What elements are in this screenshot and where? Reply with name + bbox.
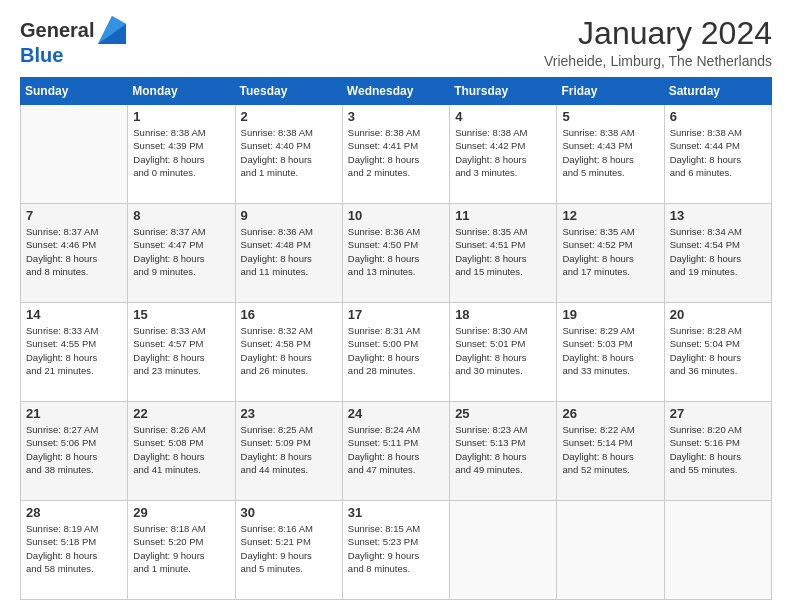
sun-info: Sunrise: 8:38 AM Sunset: 4:40 PM Dayligh… bbox=[241, 126, 337, 179]
calendar-cell: 7Sunrise: 8:37 AM Sunset: 4:46 PM Daylig… bbox=[21, 204, 128, 303]
day-number: 15 bbox=[133, 307, 229, 322]
sun-info: Sunrise: 8:23 AM Sunset: 5:13 PM Dayligh… bbox=[455, 423, 551, 476]
calendar-cell: 5Sunrise: 8:38 AM Sunset: 4:43 PM Daylig… bbox=[557, 105, 664, 204]
header: General Blue January 2024 Vrieheide, Lim… bbox=[20, 16, 772, 69]
week-row-5: 28Sunrise: 8:19 AM Sunset: 5:18 PM Dayli… bbox=[21, 501, 772, 600]
calendar-cell: 24Sunrise: 8:24 AM Sunset: 5:11 PM Dayli… bbox=[342, 402, 449, 501]
sun-info: Sunrise: 8:20 AM Sunset: 5:16 PM Dayligh… bbox=[670, 423, 766, 476]
day-number: 24 bbox=[348, 406, 444, 421]
day-number: 14 bbox=[26, 307, 122, 322]
location: Vrieheide, Limburg, The Netherlands bbox=[544, 53, 772, 69]
calendar-cell: 8Sunrise: 8:37 AM Sunset: 4:47 PM Daylig… bbox=[128, 204, 235, 303]
page: General Blue January 2024 Vrieheide, Lim… bbox=[0, 0, 792, 612]
sun-info: Sunrise: 8:37 AM Sunset: 4:46 PM Dayligh… bbox=[26, 225, 122, 278]
month-title: January 2024 bbox=[544, 16, 772, 51]
weekday-header-monday: Monday bbox=[128, 78, 235, 105]
sun-info: Sunrise: 8:16 AM Sunset: 5:21 PM Dayligh… bbox=[241, 522, 337, 575]
sun-info: Sunrise: 8:26 AM Sunset: 5:08 PM Dayligh… bbox=[133, 423, 229, 476]
weekday-header-sunday: Sunday bbox=[21, 78, 128, 105]
sun-info: Sunrise: 8:22 AM Sunset: 5:14 PM Dayligh… bbox=[562, 423, 658, 476]
title-block: January 2024 Vrieheide, Limburg, The Net… bbox=[544, 16, 772, 69]
calendar-cell: 22Sunrise: 8:26 AM Sunset: 5:08 PM Dayli… bbox=[128, 402, 235, 501]
sun-info: Sunrise: 8:38 AM Sunset: 4:42 PM Dayligh… bbox=[455, 126, 551, 179]
day-number: 11 bbox=[455, 208, 551, 223]
calendar-cell: 27Sunrise: 8:20 AM Sunset: 5:16 PM Dayli… bbox=[664, 402, 771, 501]
calendar-cell: 13Sunrise: 8:34 AM Sunset: 4:54 PM Dayli… bbox=[664, 204, 771, 303]
sun-info: Sunrise: 8:31 AM Sunset: 5:00 PM Dayligh… bbox=[348, 324, 444, 377]
calendar-cell: 28Sunrise: 8:19 AM Sunset: 5:18 PM Dayli… bbox=[21, 501, 128, 600]
calendar-cell: 2Sunrise: 8:38 AM Sunset: 4:40 PM Daylig… bbox=[235, 105, 342, 204]
sun-info: Sunrise: 8:30 AM Sunset: 5:01 PM Dayligh… bbox=[455, 324, 551, 377]
weekday-header-thursday: Thursday bbox=[450, 78, 557, 105]
day-number: 19 bbox=[562, 307, 658, 322]
logo-blue: Blue bbox=[20, 44, 126, 66]
day-number: 6 bbox=[670, 109, 766, 124]
calendar-cell: 1Sunrise: 8:38 AM Sunset: 4:39 PM Daylig… bbox=[128, 105, 235, 204]
sun-info: Sunrise: 8:36 AM Sunset: 4:48 PM Dayligh… bbox=[241, 225, 337, 278]
sun-info: Sunrise: 8:36 AM Sunset: 4:50 PM Dayligh… bbox=[348, 225, 444, 278]
calendar-cell bbox=[557, 501, 664, 600]
weekday-header-tuesday: Tuesday bbox=[235, 78, 342, 105]
day-number: 9 bbox=[241, 208, 337, 223]
weekday-header-saturday: Saturday bbox=[664, 78, 771, 105]
calendar-cell: 30Sunrise: 8:16 AM Sunset: 5:21 PM Dayli… bbox=[235, 501, 342, 600]
calendar-cell: 11Sunrise: 8:35 AM Sunset: 4:51 PM Dayli… bbox=[450, 204, 557, 303]
day-number: 23 bbox=[241, 406, 337, 421]
sun-info: Sunrise: 8:18 AM Sunset: 5:20 PM Dayligh… bbox=[133, 522, 229, 575]
sun-info: Sunrise: 8:28 AM Sunset: 5:04 PM Dayligh… bbox=[670, 324, 766, 377]
sun-info: Sunrise: 8:15 AM Sunset: 5:23 PM Dayligh… bbox=[348, 522, 444, 575]
week-row-2: 7Sunrise: 8:37 AM Sunset: 4:46 PM Daylig… bbox=[21, 204, 772, 303]
day-number: 21 bbox=[26, 406, 122, 421]
day-number: 5 bbox=[562, 109, 658, 124]
sun-info: Sunrise: 8:27 AM Sunset: 5:06 PM Dayligh… bbox=[26, 423, 122, 476]
sun-info: Sunrise: 8:24 AM Sunset: 5:11 PM Dayligh… bbox=[348, 423, 444, 476]
day-number: 16 bbox=[241, 307, 337, 322]
calendar-cell: 9Sunrise: 8:36 AM Sunset: 4:48 PM Daylig… bbox=[235, 204, 342, 303]
calendar-cell: 10Sunrise: 8:36 AM Sunset: 4:50 PM Dayli… bbox=[342, 204, 449, 303]
day-number: 25 bbox=[455, 406, 551, 421]
day-number: 29 bbox=[133, 505, 229, 520]
day-number: 22 bbox=[133, 406, 229, 421]
calendar-cell: 16Sunrise: 8:32 AM Sunset: 4:58 PM Dayli… bbox=[235, 303, 342, 402]
calendar-cell: 12Sunrise: 8:35 AM Sunset: 4:52 PM Dayli… bbox=[557, 204, 664, 303]
calendar-cell bbox=[21, 105, 128, 204]
day-number: 10 bbox=[348, 208, 444, 223]
calendar-cell: 21Sunrise: 8:27 AM Sunset: 5:06 PM Dayli… bbox=[21, 402, 128, 501]
day-number: 20 bbox=[670, 307, 766, 322]
calendar-cell bbox=[664, 501, 771, 600]
weekday-header-wednesday: Wednesday bbox=[342, 78, 449, 105]
weekday-header-friday: Friday bbox=[557, 78, 664, 105]
week-row-4: 21Sunrise: 8:27 AM Sunset: 5:06 PM Dayli… bbox=[21, 402, 772, 501]
calendar-cell: 6Sunrise: 8:38 AM Sunset: 4:44 PM Daylig… bbox=[664, 105, 771, 204]
calendar-cell bbox=[450, 501, 557, 600]
calendar-cell: 4Sunrise: 8:38 AM Sunset: 4:42 PM Daylig… bbox=[450, 105, 557, 204]
calendar-cell: 31Sunrise: 8:15 AM Sunset: 5:23 PM Dayli… bbox=[342, 501, 449, 600]
sun-info: Sunrise: 8:37 AM Sunset: 4:47 PM Dayligh… bbox=[133, 225, 229, 278]
sun-info: Sunrise: 8:38 AM Sunset: 4:44 PM Dayligh… bbox=[670, 126, 766, 179]
sun-info: Sunrise: 8:33 AM Sunset: 4:55 PM Dayligh… bbox=[26, 324, 122, 377]
calendar-cell: 15Sunrise: 8:33 AM Sunset: 4:57 PM Dayli… bbox=[128, 303, 235, 402]
logo-general: General bbox=[20, 19, 94, 41]
sun-info: Sunrise: 8:35 AM Sunset: 4:51 PM Dayligh… bbox=[455, 225, 551, 278]
calendar-cell: 3Sunrise: 8:38 AM Sunset: 4:41 PM Daylig… bbox=[342, 105, 449, 204]
sun-info: Sunrise: 8:34 AM Sunset: 4:54 PM Dayligh… bbox=[670, 225, 766, 278]
day-number: 12 bbox=[562, 208, 658, 223]
calendar-cell: 20Sunrise: 8:28 AM Sunset: 5:04 PM Dayli… bbox=[664, 303, 771, 402]
sun-info: Sunrise: 8:38 AM Sunset: 4:39 PM Dayligh… bbox=[133, 126, 229, 179]
day-number: 2 bbox=[241, 109, 337, 124]
sun-info: Sunrise: 8:25 AM Sunset: 5:09 PM Dayligh… bbox=[241, 423, 337, 476]
calendar-cell: 26Sunrise: 8:22 AM Sunset: 5:14 PM Dayli… bbox=[557, 402, 664, 501]
calendar-cell: 29Sunrise: 8:18 AM Sunset: 5:20 PM Dayli… bbox=[128, 501, 235, 600]
logo: General Blue bbox=[20, 16, 126, 66]
weekday-header-row: SundayMondayTuesdayWednesdayThursdayFrid… bbox=[21, 78, 772, 105]
day-number: 3 bbox=[348, 109, 444, 124]
day-number: 31 bbox=[348, 505, 444, 520]
calendar-cell: 23Sunrise: 8:25 AM Sunset: 5:09 PM Dayli… bbox=[235, 402, 342, 501]
day-number: 7 bbox=[26, 208, 122, 223]
calendar-cell: 19Sunrise: 8:29 AM Sunset: 5:03 PM Dayli… bbox=[557, 303, 664, 402]
day-number: 26 bbox=[562, 406, 658, 421]
week-row-3: 14Sunrise: 8:33 AM Sunset: 4:55 PM Dayli… bbox=[21, 303, 772, 402]
calendar-cell: 25Sunrise: 8:23 AM Sunset: 5:13 PM Dayli… bbox=[450, 402, 557, 501]
sun-info: Sunrise: 8:35 AM Sunset: 4:52 PM Dayligh… bbox=[562, 225, 658, 278]
calendar-cell: 14Sunrise: 8:33 AM Sunset: 4:55 PM Dayli… bbox=[21, 303, 128, 402]
